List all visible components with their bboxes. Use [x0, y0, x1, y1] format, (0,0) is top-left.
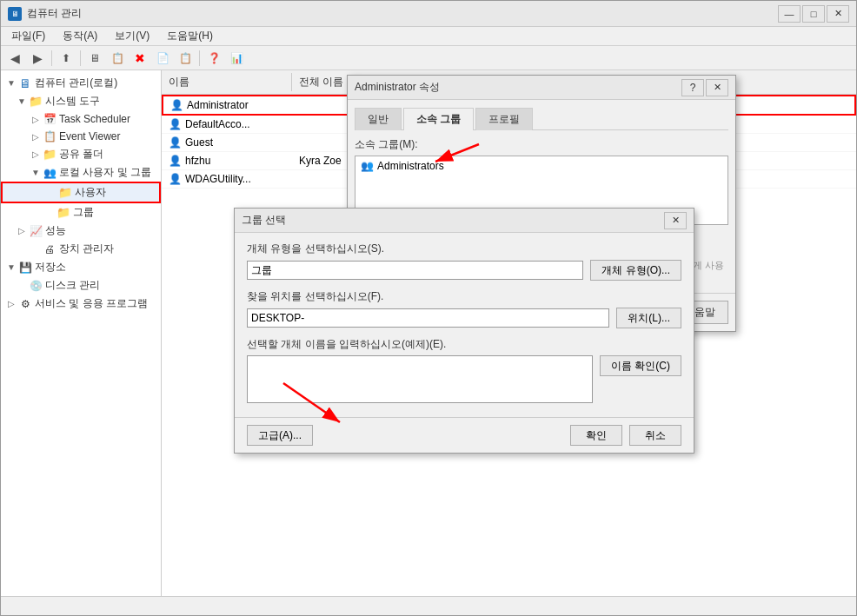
tree-item-groups[interactable]: 📁 그룹: [1, 203, 161, 222]
admin-props-close-btn[interactable]: ✕: [706, 79, 728, 96]
object-type-btn[interactable]: 개체 유형(O)...: [590, 260, 681, 281]
advanced-btn[interactable]: 고급(A)...: [247, 425, 313, 446]
toolbar-icon-2[interactable]: 📋: [107, 48, 128, 69]
up-button[interactable]: ⬆: [56, 48, 76, 69]
close-button[interactable]: ✕: [827, 5, 849, 23]
tree-label-system-tools: 시스템 도구: [45, 94, 100, 109]
expand-services: ▷: [4, 299, 18, 308]
tab-general[interactable]: 일반: [355, 108, 402, 130]
select-group-body: 개체 유형을 선택하십시오(S). 개체 유형(O)... 찾을 위치를 선택하…: [235, 233, 694, 417]
forward-button[interactable]: ▶: [27, 48, 48, 69]
object-name-row: 이름 확인(C): [247, 355, 681, 403]
toolbar-separator-1: [51, 50, 52, 66]
event-icon: 📋: [43, 129, 56, 143]
footer-right: 확인 취소: [570, 425, 681, 446]
task-icon: 📅: [43, 112, 56, 126]
member-of-item-administrators[interactable]: 👥 Administrators: [357, 158, 726, 174]
cancel-btn[interactable]: 취소: [629, 425, 681, 446]
tree-label-services: 서비스 및 응용 프로그램: [35, 296, 148, 311]
admin-props-help-btn[interactable]: ?: [681, 79, 704, 96]
toolbar-icon-3[interactable]: 📄: [152, 48, 173, 69]
status-bar: [1, 596, 856, 615]
location-input[interactable]: [247, 308, 609, 328]
admin-props-title: Administrator 속성: [355, 80, 440, 95]
select-group-close-btn[interactable]: ✕: [664, 212, 687, 229]
expand-local-users: ▼: [29, 168, 43, 177]
object-type-label: 개체 유형을 선택하십시오(S).: [247, 242, 681, 256]
location-label: 찾을 위치를 선택하십시오(F).: [247, 289, 681, 304]
tree-item-disk-management[interactable]: 💿 디스크 관리: [1, 276, 161, 295]
toolbar-icon-4[interactable]: 📋: [175, 48, 196, 69]
tree-label-perf: 성능: [45, 223, 66, 238]
tab-profile[interactable]: 프로필: [475, 108, 533, 130]
tree-item-services[interactable]: ▷ ⚙ 서비스 및 응용 프로그램: [1, 295, 161, 313]
select-group-footer: 고급(A)... 확인 취소: [235, 417, 694, 453]
menu-action[interactable]: 동작(A): [56, 27, 104, 45]
tree-label-root: 컴퓨터 관리(로컬): [35, 76, 117, 90]
title-bar-controls: — □ ✕: [778, 5, 849, 23]
folder-icon-users: 📁: [58, 186, 72, 200]
tree-item-users[interactable]: 📁 사용자: [1, 182, 161, 203]
maximize-button[interactable]: □: [802, 5, 825, 23]
expand-event: ▷: [29, 132, 43, 142]
expand-shared: ▷: [29, 149, 43, 159]
tab-member-of[interactable]: 소속 그룹: [403, 108, 474, 130]
tree-label-local-users: 로컬 사용자 및 그룹: [59, 165, 151, 180]
toolbar-icon-5[interactable]: 📊: [226, 48, 247, 69]
tree-item-event-viewer[interactable]: ▷ 📋 Event Viewer: [1, 128, 161, 145]
menu-view[interactable]: 보기(V): [108, 27, 156, 45]
select-group-controls: ✕: [664, 212, 687, 229]
menu-bar: 파일(F) 동작(A) 보기(V) 도움말(H): [1, 27, 856, 46]
object-type-row: 개체 유형(O)...: [247, 260, 681, 281]
folder-icon-shared: 📁: [43, 148, 56, 162]
tree-label-groups: 그룹: [73, 205, 94, 220]
left-panel: ▼ 🖥 컴퓨터 관리(로컬) ▼ 📁 시스템 도구 ▷ 📅 Task Sched…: [1, 70, 162, 596]
object-name-input[interactable]: [247, 355, 593, 403]
tree-label-storage: 저장소: [35, 260, 66, 275]
tree-item-device-manager[interactable]: 🖨 장치 관리자: [1, 240, 161, 258]
tree-item-storage[interactable]: ▼ 💾 저장소: [1, 258, 161, 276]
expand-storage: ▼: [4, 262, 18, 272]
tree-item-shared-folder[interactable]: ▷ 📁 공유 폴더: [1, 145, 161, 163]
object-name-btn[interactable]: 이름 확인(C): [600, 355, 681, 376]
folder-icon-groups: 📁: [56, 206, 70, 220]
users-icon: 👥: [43, 166, 56, 180]
toolbar-delete-btn[interactable]: ✖: [130, 48, 150, 69]
user-icon-default: 👤: [169, 118, 182, 130]
computer-icon: 🖥: [18, 76, 32, 90]
toolbar-help-btn[interactable]: ❓: [203, 48, 224, 69]
expand-system-tools: ▼: [15, 96, 29, 106]
tree-item-performance[interactable]: ▷ 📈 성능: [1, 222, 161, 240]
title-bar: 🖥 컴퓨터 관리 — □ ✕: [1, 1, 856, 27]
tree-item-root[interactable]: ▼ 🖥 컴퓨터 관리(로컬): [1, 74, 161, 92]
user-icon-administrator: 👤: [170, 99, 183, 111]
toolbar-icon-1[interactable]: 🖥: [84, 48, 105, 69]
expand-task: ▷: [29, 115, 43, 124]
list-item-name-guest: 👤 Guest: [162, 136, 292, 149]
menu-help[interactable]: 도움말(H): [160, 27, 220, 45]
location-row: 위치(L)...: [247, 308, 681, 328]
menu-file[interactable]: 파일(F): [4, 27, 52, 45]
tree-item-task-scheduler[interactable]: ▷ 📅 Task Scheduler: [1, 110, 161, 128]
main-window-title: 컴퓨터 관리: [27, 6, 82, 21]
object-type-input[interactable]: [247, 261, 583, 280]
col-header-name[interactable]: 이름: [162, 73, 292, 91]
select-group-title-bar: 그룹 선택 ✕: [235, 209, 694, 233]
main-window: 🖥 컴퓨터 관리 — □ ✕ 파일(F) 동작(A) 보기(V) 도움말(H) …: [0, 0, 857, 616]
tree-label-device: 장치 관리자: [59, 242, 114, 256]
minimize-button[interactable]: —: [778, 5, 801, 23]
expand-perf: ▷: [15, 226, 29, 235]
disk-icon: 💿: [29, 279, 43, 293]
location-btn[interactable]: 위치(L)...: [616, 308, 681, 328]
user-icon-hfzhu: 👤: [169, 155, 182, 167]
user-icon-wdag: 👤: [169, 173, 182, 185]
list-item-name-administrator: 👤 Administrator: [163, 98, 294, 112]
tree-label-event: Event Viewer: [59, 130, 120, 142]
tree-item-local-users[interactable]: ▼ 👥 로컬 사용자 및 그룹: [1, 163, 161, 182]
title-bar-left: 🖥 컴퓨터 관리: [8, 6, 82, 21]
back-button[interactable]: ◀: [4, 48, 25, 69]
ok-btn[interactable]: 확인: [570, 425, 622, 446]
select-group-title: 그룹 선택: [242, 213, 286, 228]
toolbar-separator-2: [80, 50, 81, 66]
tree-item-system-tools[interactable]: ▼ 📁 시스템 도구: [1, 92, 161, 110]
